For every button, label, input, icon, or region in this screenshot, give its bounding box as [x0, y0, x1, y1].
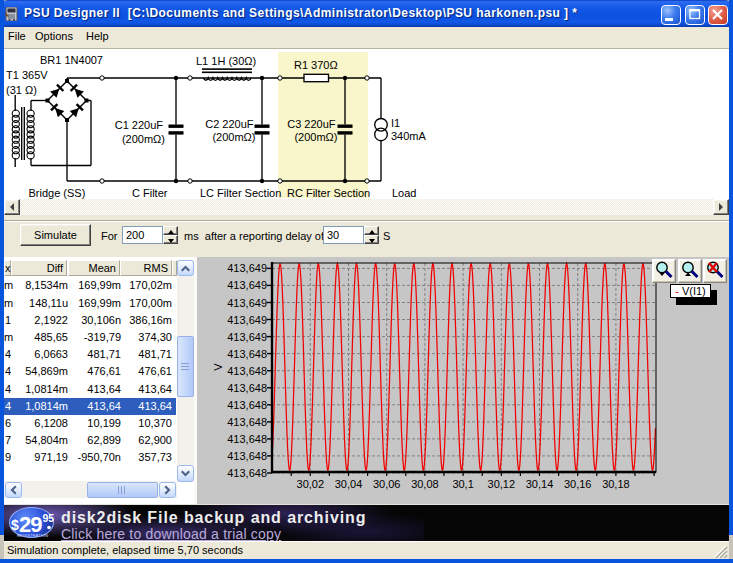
svg-text:C2 220uF: C2 220uF	[205, 118, 254, 130]
svg-text:30,1: 30,1	[452, 478, 473, 490]
svg-text:I1: I1	[391, 117, 400, 129]
svg-text:R1 370Ω: R1 370Ω	[294, 59, 338, 71]
svg-text:V: V	[212, 363, 224, 371]
svg-text:T1 365V: T1 365V	[6, 69, 48, 81]
svg-text:413,648: 413,648	[227, 467, 267, 479]
svg-text:95: 95	[43, 512, 55, 524]
svg-text:C1 220uF: C1 220uF	[115, 119, 164, 131]
svg-text:LC Filter Section: LC Filter Section	[200, 187, 281, 199]
svg-text:REGISTRATION: REGISTRATION	[17, 533, 48, 538]
svg-text:L1 1H (30Ω): L1 1H (30Ω)	[196, 55, 256, 67]
svg-text:30,02: 30,02	[297, 478, 325, 490]
svg-text:340mA: 340mA	[391, 130, 427, 142]
svg-text:413,648: 413,648	[227, 433, 267, 445]
svg-text:413,649: 413,649	[227, 262, 267, 274]
svg-text:413,649: 413,649	[227, 297, 267, 309]
svg-text:413,648: 413,648	[227, 348, 267, 360]
svg-text:413,648: 413,648	[227, 382, 267, 394]
svg-text:30,12: 30,12	[488, 478, 516, 490]
svg-text:30,06: 30,06	[373, 478, 401, 490]
svg-text:(200mΩ): (200mΩ)	[212, 131, 255, 143]
svg-text:$: $	[11, 517, 19, 533]
svg-text:413,649: 413,649	[227, 314, 267, 326]
svg-text:(31 Ω): (31 Ω)	[6, 84, 37, 96]
svg-text:C3 220uF: C3 220uF	[287, 118, 336, 130]
svg-text:Load: Load	[392, 187, 416, 199]
svg-text:BR1 1N4007: BR1 1N4007	[40, 54, 103, 66]
svg-text:(200mΩ): (200mΩ)	[294, 131, 337, 143]
svg-text:(200mΩ): (200mΩ)	[122, 133, 165, 145]
svg-text:30,04: 30,04	[335, 478, 363, 490]
svg-text:413,648: 413,648	[227, 416, 267, 428]
svg-text:Bridge (SS): Bridge (SS)	[29, 187, 86, 199]
svg-text:C Filter: C Filter	[132, 187, 168, 199]
svg-text:30,08: 30,08	[411, 478, 439, 490]
svg-text:413,649: 413,649	[227, 331, 267, 343]
svg-text:30,16: 30,16	[564, 478, 592, 490]
svg-text:30,14: 30,14	[526, 478, 554, 490]
svg-text:30,18: 30,18	[602, 478, 630, 490]
svg-text:413,649: 413,649	[227, 279, 267, 291]
svg-text:413,648: 413,648	[227, 365, 267, 377]
svg-text:413,648: 413,648	[227, 399, 267, 411]
svg-text:RC Filter Section: RC Filter Section	[287, 187, 370, 199]
svg-text:413,648: 413,648	[227, 450, 267, 462]
